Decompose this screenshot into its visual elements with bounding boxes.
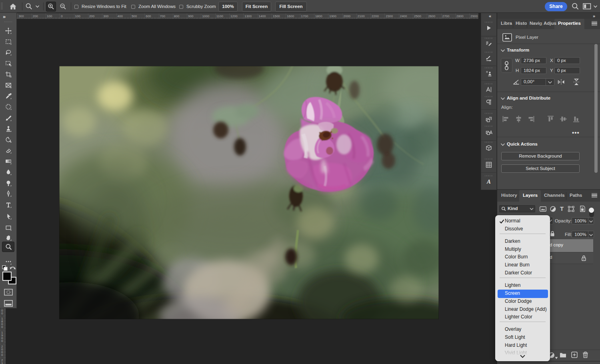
svg-text:A: A bbox=[486, 178, 491, 185]
